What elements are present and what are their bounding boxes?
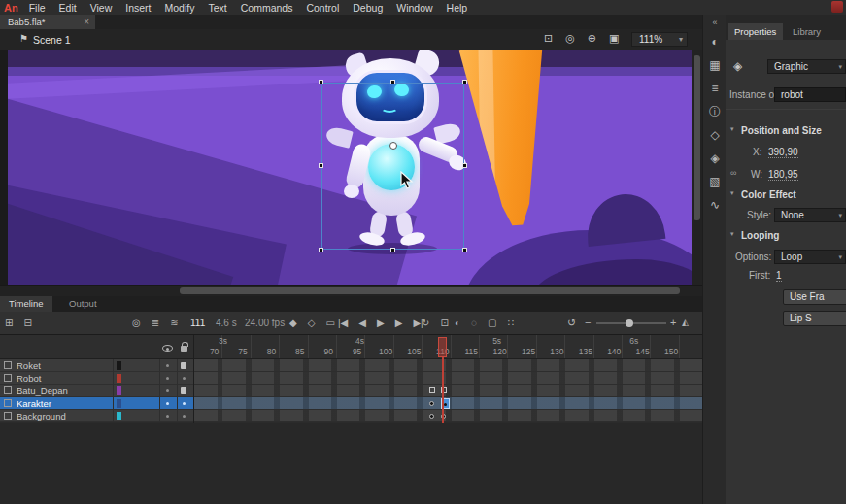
- ruler-frame-label[interactable]: 80: [267, 347, 276, 356]
- add-camera-icon[interactable]: ◎: [132, 318, 141, 328]
- clip-content-icon[interactable]: ▣: [609, 32, 619, 45]
- components-panel-icon[interactable]: ▧: [703, 170, 727, 193]
- section-color-effect[interactable]: ▾ Color Effect: [726, 189, 846, 203]
- menu-commands[interactable]: Commands: [241, 2, 293, 14]
- stage-vertical-scrollbar[interactable]: [692, 50, 702, 285]
- layer-track-batu_depan[interactable]: [194, 385, 702, 397]
- loop-playback-icon[interactable]: ↻: [422, 318, 429, 328]
- onion-range-icon[interactable]: ▢: [488, 318, 496, 328]
- prev-frame-icon[interactable]: ◀: [358, 318, 366, 328]
- tab-properties[interactable]: Properties: [728, 23, 783, 40]
- layer-lock-dot[interactable]: [183, 402, 186, 405]
- ruler-frame-label[interactable]: 95: [353, 347, 361, 356]
- timeline-column-divider[interactable]: [177, 359, 178, 422]
- lip-syncing-button[interactable]: Lip S: [783, 311, 846, 326]
- camera-icon[interactable]: ◎: [565, 32, 575, 45]
- scene-breadcrumb[interactable]: Scene 1: [33, 34, 71, 46]
- ruler-frame-label[interactable]: 140: [607, 347, 621, 356]
- menu-help[interactable]: Help: [447, 2, 468, 14]
- frame-view-icon[interactable]: ◭: [682, 312, 689, 334]
- first-frame-value[interactable]: 1: [776, 270, 782, 282]
- ruler-frame-label[interactable]: 130: [550, 347, 563, 356]
- ruler-frame-label[interactable]: 115: [464, 347, 478, 356]
- stage-canvas[interactable]: [8, 50, 692, 285]
- layer-visibility-dot[interactable]: [166, 402, 169, 405]
- edit-multiple-frames-icon[interactable]: ⊡: [440, 318, 448, 328]
- layer-track-background[interactable]: [194, 410, 702, 422]
- menu-file[interactable]: File: [29, 2, 46, 14]
- layer-track-robot[interactable]: [194, 372, 702, 385]
- go-first-frame-icon[interactable]: |◀: [338, 318, 348, 328]
- selection-bounding-box[interactable]: [321, 83, 464, 250]
- layer-row-karakter[interactable]: Karakter: [0, 397, 194, 410]
- layer-visibility-dot[interactable]: [166, 377, 169, 380]
- ruler-frame-label[interactable]: 135: [579, 347, 592, 356]
- edit-symbols-icon[interactable]: ⊡: [544, 32, 553, 45]
- keyframe-marker[interactable]: [429, 401, 434, 406]
- x-value[interactable]: 390,90: [768, 147, 798, 158]
- align-panel-icon[interactable]: ≡: [703, 77, 727, 100]
- stage-horizontal-scrollbar[interactable]: [0, 285, 702, 296]
- next-frame-icon[interactable]: ▶: [395, 318, 403, 328]
- layer-color-swatch[interactable]: [117, 374, 121, 383]
- layer-lock-dot[interactable]: [183, 377, 186, 380]
- reset-timeline-zoom-icon[interactable]: ↺: [567, 312, 576, 334]
- transform-panel-icon[interactable]: ◇: [703, 123, 727, 147]
- insert-blank-keyframe-icon[interactable]: ◇: [308, 318, 316, 328]
- insert-keyframe-icon[interactable]: ◆: [289, 318, 297, 328]
- transform-handle[interactable]: [390, 80, 395, 84]
- menu-insert[interactable]: Insert: [125, 2, 151, 14]
- use-frame-picker-button[interactable]: Use Fra: [783, 289, 846, 305]
- center-stage-icon[interactable]: ⊕: [588, 32, 596, 45]
- new-folder-icon[interactable]: ⊟: [23, 318, 31, 328]
- layer-track-karakter[interactable]: [194, 397, 702, 410]
- section-looping[interactable]: ▾ Looping: [726, 230, 846, 244]
- collapse-panels-icon[interactable]: «: [703, 15, 727, 30]
- style-select[interactable]: None ▾: [774, 208, 846, 222]
- show-parenting-icon[interactable]: ≣: [152, 318, 159, 328]
- lock-column-icon[interactable]: [181, 346, 187, 352]
- transform-handle[interactable]: [319, 163, 323, 168]
- timeline-zoom-slider[interactable]: [596, 322, 666, 324]
- ruler-frame-label[interactable]: 120: [493, 347, 507, 356]
- menu-text[interactable]: Text: [208, 2, 226, 14]
- layer-visibility-dot[interactable]: [166, 364, 169, 367]
- adobe-badge-icon[interactable]: [831, 1, 843, 13]
- ruler-frame-label[interactable]: 90: [324, 347, 333, 356]
- menu-debug[interactable]: Debug: [353, 2, 383, 14]
- ruler-frame-label[interactable]: 145: [636, 347, 650, 356]
- layer-lock-icon[interactable]: [181, 387, 186, 394]
- close-tab-icon[interactable]: ×: [84, 15, 89, 29]
- layer-row-roket[interactable]: Roket: [0, 359, 194, 372]
- onion-outlines-icon[interactable]: ◌: [471, 318, 477, 328]
- layer-visibility-dot[interactable]: [166, 389, 169, 392]
- keyframe-marker[interactable]: [429, 414, 434, 419]
- zoom-select[interactable]: 111% ▾: [631, 32, 688, 47]
- layer-track-roket[interactable]: [194, 359, 702, 372]
- timeline-name-frames-divider[interactable]: [193, 335, 194, 423]
- layer-color-swatch[interactable]: [117, 412, 121, 420]
- code-snippets-panel-icon[interactable]: ◈: [703, 147, 727, 170]
- timeline-column-divider[interactable]: [159, 359, 160, 422]
- layer-color-swatch[interactable]: [117, 386, 121, 395]
- transform-handle[interactable]: [390, 248, 395, 252]
- ruler-frame-label[interactable]: 125: [522, 347, 535, 356]
- slider-handle[interactable]: [626, 319, 633, 327]
- info-panel-icon[interactable]: ⓘ: [703, 100, 727, 123]
- symbol-behavior-select[interactable]: Graphic ▾: [767, 59, 846, 74]
- tab-timeline[interactable]: Timeline: [0, 296, 52, 312]
- onion-skin-icon[interactable]: ◐: [455, 318, 460, 328]
- ruler-frame-label[interactable]: 75: [238, 347, 247, 356]
- layer-visibility-dot[interactable]: [166, 415, 169, 418]
- tab-output[interactable]: Output: [60, 296, 106, 312]
- timeline-column-divider[interactable]: [113, 359, 114, 422]
- color-panel-icon[interactable]: ◐: [703, 30, 727, 53]
- section-position-and-size[interactable]: ▾ Position and Size: [726, 125, 846, 139]
- layer-depth-icon[interactable]: ≋: [170, 318, 178, 328]
- layer-color-swatch[interactable]: [117, 399, 121, 408]
- eye-column-icon[interactable]: [162, 345, 173, 352]
- tab-library[interactable]: Library: [786, 23, 828, 40]
- carrot-graphic[interactable]: [449, 50, 569, 235]
- timeline-ruler[interactable]: 3s4s5s6s70758085909510010511011512012513…: [0, 335, 702, 359]
- menu-view[interactable]: View: [90, 2, 113, 14]
